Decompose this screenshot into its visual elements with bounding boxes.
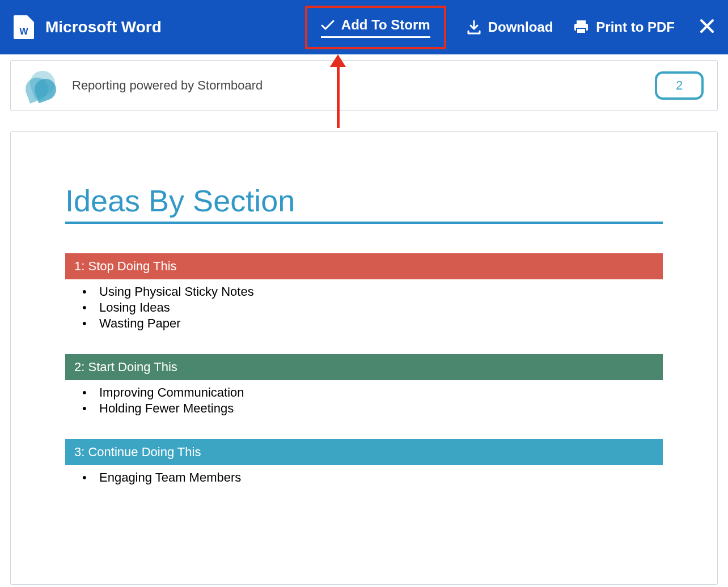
- stormboard-logo-icon: [24, 70, 58, 101]
- print-label: Print to PDF: [596, 19, 675, 35]
- document-title: Ideas By Section: [65, 183, 663, 224]
- content-area: Reporting powered by Stormboard 2 Ideas …: [0, 54, 728, 585]
- check-icon: [321, 19, 335, 31]
- list-item: Wasting Paper: [99, 316, 663, 331]
- list-item: Losing Ideas: [99, 300, 663, 316]
- section-items: Using Physical Sticky NotesLosing IdeasW…: [65, 279, 663, 331]
- list-item: Using Physical Sticky Notes: [99, 284, 663, 300]
- powered-by-text: Reporting powered by Stormboard: [72, 78, 263, 93]
- arrow-line: [337, 67, 340, 128]
- page-number: 2: [676, 78, 683, 93]
- toolbar-actions: Add To Storm Download Print to PDF: [305, 6, 714, 49]
- page-number-badge: 2: [655, 71, 704, 100]
- app-title: Microsoft Word: [45, 18, 162, 36]
- section: 2: Start Doing ThisImproving Communicati…: [65, 354, 663, 416]
- print-icon: [573, 20, 589, 35]
- report-header-card: Reporting powered by Stormboard 2: [10, 60, 718, 111]
- word-icon: W: [14, 15, 34, 39]
- section-header: 1: Stop Doing This: [65, 253, 663, 279]
- svg-rect-2: [577, 28, 586, 33]
- download-button[interactable]: Download: [467, 15, 553, 40]
- add-to-storm-button[interactable]: Add To Storm: [305, 6, 446, 49]
- print-to-pdf-button[interactable]: Print to PDF: [573, 15, 675, 40]
- document-page: Ideas By Section 1: Stop Doing ThisUsing…: [10, 131, 718, 585]
- section-items: Improving CommunicationHolding Fewer Mee…: [65, 380, 663, 416]
- section-header: 2: Start Doing This: [65, 354, 663, 380]
- toolbar-left: W Microsoft Word: [14, 15, 162, 39]
- list-item: Engaging Team Members: [99, 470, 663, 486]
- section-header: 3: Continue Doing This: [65, 439, 663, 465]
- section: 1: Stop Doing ThisUsing Physical Sticky …: [65, 253, 663, 331]
- arrow-head-icon: [330, 54, 346, 67]
- close-button[interactable]: [700, 17, 714, 38]
- toolbar: W Microsoft Word Add To Storm Download P…: [0, 0, 728, 54]
- list-item: Improving Communication: [99, 385, 663, 401]
- svg-rect-0: [577, 20, 586, 24]
- close-icon: [700, 19, 714, 33]
- download-icon: [467, 20, 481, 35]
- section-items: Engaging Team Members: [65, 465, 663, 486]
- sections-container: 1: Stop Doing ThisUsing Physical Sticky …: [65, 253, 663, 486]
- download-label: Download: [488, 19, 553, 35]
- word-icon-letter: W: [19, 27, 28, 37]
- arrow-annotation: [330, 54, 346, 128]
- section: 3: Continue Doing ThisEngaging Team Memb…: [65, 439, 663, 486]
- list-item: Holding Fewer Meetings: [99, 401, 663, 416]
- add-to-storm-label: Add To Storm: [341, 17, 430, 33]
